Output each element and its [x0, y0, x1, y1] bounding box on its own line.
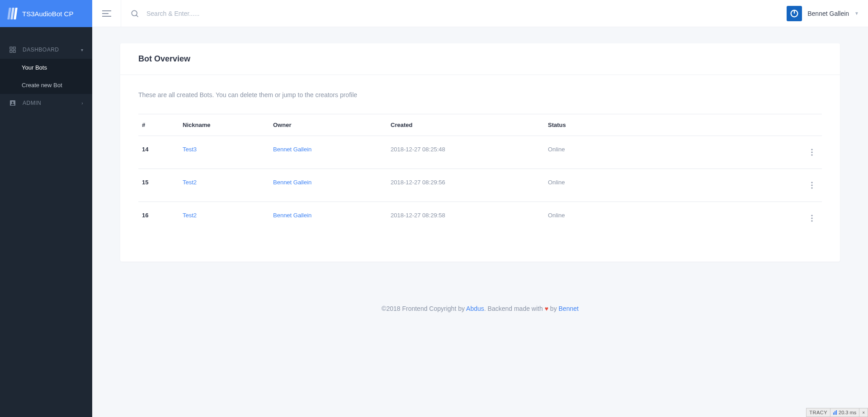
search-wrap: [121, 9, 778, 18]
main: Bot Overview These are all created Bots.…: [92, 27, 868, 417]
cell-nickname: Test3: [179, 136, 269, 169]
tracy-time-panel[interactable]: 20.3 ms: [830, 408, 859, 417]
hamburger-icon: [102, 10, 111, 17]
avatar: [787, 6, 802, 21]
tracy-time: 20.3 ms: [839, 410, 856, 415]
more-vertical-icon: [811, 215, 813, 222]
bot-overview-card: Bot Overview These are all created Bots.…: [120, 43, 840, 262]
svg-line-10: [136, 15, 138, 17]
table-row: 16Test2Bennet Gallein2018-12-27 08:29:58…: [138, 202, 822, 235]
header: Bennet Gallein ▼: [92, 0, 868, 27]
brand[interactable]: TS3AudioBot CP: [0, 0, 92, 27]
cell-id: 14: [138, 136, 179, 169]
svg-point-15: [811, 154, 812, 155]
col-nickname: Nickname: [179, 114, 269, 136]
card-header: Bot Overview: [120, 43, 840, 75]
footer-mid: . Backend made with: [484, 305, 545, 312]
dashboard-icon: [9, 46, 16, 53]
user-name: Bennet Gallein: [807, 10, 849, 17]
cell-status: Online: [544, 169, 799, 202]
footer-by: by: [548, 305, 559, 312]
page-title: Bot Overview: [138, 54, 822, 64]
col-id: #: [138, 114, 179, 136]
svg-point-16: [811, 182, 812, 183]
col-created: Created: [387, 114, 544, 136]
cell-created: 2018-12-27 08:25:48: [387, 136, 544, 169]
nav-sub-create-bot[interactable]: Create new Bot: [0, 76, 92, 94]
chevron-right-icon: ›: [81, 101, 83, 106]
nav-label-dashboard: DASHBOARD: [23, 47, 59, 53]
nav-item-admin[interactable]: ADMIN ›: [0, 94, 92, 112]
cell-owner: Bennet Gallein: [269, 136, 387, 169]
brand-title: TS3AudioBot CP: [22, 10, 73, 18]
more-button[interactable]: [806, 179, 818, 192]
cell-created: 2018-12-27 08:29:56: [387, 169, 544, 202]
col-owner: Owner: [269, 114, 387, 136]
heart-icon: ♥: [545, 305, 548, 312]
cell-actions: [799, 169, 822, 202]
cell-status: Online: [544, 136, 799, 169]
svg-rect-1: [13, 47, 15, 49]
svg-rect-3: [13, 50, 15, 52]
brand-logo-icon: [8, 8, 17, 19]
tracy-debug-bar[interactable]: TRACY 20.3 ms ×: [806, 408, 868, 417]
more-vertical-icon: [811, 149, 813, 156]
cell-id: 16: [138, 202, 179, 235]
bot-nickname-link[interactable]: Test2: [183, 212, 197, 219]
svg-rect-6: [102, 10, 111, 11]
page-description: These are all created Bots. You can dele…: [138, 91, 822, 98]
more-button[interactable]: [806, 212, 818, 225]
admin-icon: [9, 99, 16, 107]
table-row: 14Test3Bennet Gallein2018-12-27 08:25:48…: [138, 136, 822, 169]
cell-actions: [799, 202, 822, 235]
bot-owner-link[interactable]: Bennet Gallein: [273, 146, 311, 153]
footer-link-abdus[interactable]: Abdus: [466, 305, 484, 312]
svg-point-20: [811, 217, 812, 219]
svg-point-5: [12, 102, 14, 103]
cell-owner: Bennet Gallein: [269, 169, 387, 202]
cell-nickname: Test2: [179, 202, 269, 235]
menu-toggle-button[interactable]: [92, 0, 121, 27]
bot-owner-link[interactable]: Bennet Gallein: [273, 212, 311, 219]
chevron-down-icon: ▾: [81, 47, 84, 52]
cell-actions: [799, 136, 822, 169]
power-icon: [789, 9, 799, 19]
bars-icon: [833, 410, 837, 415]
footer-prefix: ©2018 Frontend Copyright by: [382, 305, 466, 312]
cell-owner: Bennet Gallein: [269, 202, 387, 235]
nav-item-dashboard[interactable]: DASHBOARD ▾: [0, 41, 92, 59]
bot-nickname-link[interactable]: Test3: [183, 146, 197, 153]
tracy-close-button[interactable]: ×: [859, 408, 868, 417]
svg-rect-7: [102, 13, 108, 14]
svg-point-21: [811, 220, 812, 221]
svg-point-19: [811, 215, 812, 216]
svg-rect-0: [10, 47, 12, 49]
svg-point-14: [811, 151, 812, 153]
bot-nickname-link[interactable]: Test2: [183, 179, 197, 186]
more-vertical-icon: [811, 182, 813, 189]
footer-link-bennet[interactable]: Bennet: [559, 305, 579, 312]
bots-table: # Nickname Owner Created Status 14Test3B…: [138, 114, 822, 234]
svg-point-13: [811, 149, 812, 150]
col-status: Status: [544, 114, 799, 136]
nav-sub-dashboard: Your Bots Create new Bot: [0, 59, 92, 94]
svg-point-18: [811, 187, 812, 188]
nav-label-admin: ADMIN: [23, 100, 41, 106]
footer: ©2018 Frontend Copyright by Abdus. Backe…: [92, 293, 868, 325]
col-actions: [799, 114, 822, 136]
cell-id: 15: [138, 169, 179, 202]
sidebar: TS3AudioBot CP DASHBOARD ▾ Your Bots Cre…: [0, 0, 92, 417]
table-row: 15Test2Bennet Gallein2018-12-27 08:29:56…: [138, 169, 822, 202]
nav-sub-your-bots[interactable]: Your Bots: [0, 59, 92, 76]
svg-point-9: [132, 10, 137, 16]
svg-rect-2: [10, 50, 12, 52]
search-input[interactable]: [146, 10, 327, 17]
tracy-label: TRACY: [807, 408, 830, 417]
user-menu[interactable]: Bennet Gallein ▼: [778, 6, 868, 21]
svg-point-17: [811, 184, 812, 186]
sidebar-nav: DASHBOARD ▾ Your Bots Create new Bot ADM…: [0, 27, 92, 112]
chevron-down-icon: ▼: [854, 11, 859, 16]
bot-owner-link[interactable]: Bennet Gallein: [273, 179, 311, 186]
cell-status: Online: [544, 202, 799, 235]
more-button[interactable]: [806, 146, 818, 159]
